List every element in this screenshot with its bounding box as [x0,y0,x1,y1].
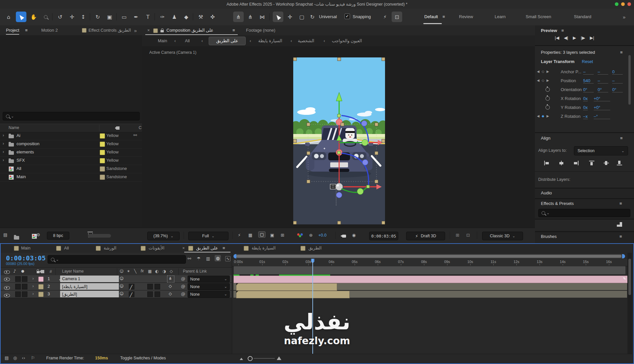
timeline-tab-icons[interactable]: الأيقونات [149,246,164,250]
puppet-pin-tool[interactable]: ✜ [207,12,218,22]
graph-editor-icon[interactable]: ∿ [225,256,230,261]
workspace-tab-review[interactable]: Review [459,14,473,19]
draft-3d-toggle-icon[interactable]: ☂ [197,256,201,261]
gizmo-rotate-tool[interactable]: ↻ [307,12,318,22]
zoom-in-mountain-icon[interactable] [277,356,281,360]
layer-row-car[interactable]: › 2 [السيارة يايظة] ☺ ╱ ◇ @ None⌄ [1,283,232,290]
shy-switch[interactable]: ☺ [120,276,124,281]
axis-mode-view[interactable]: ⋈ [257,12,267,22]
eye-icon[interactable] [4,286,10,290]
pen-tool[interactable]: ✒ [131,12,141,22]
layer-name[interactable]: [الطريق] [60,291,119,297]
expand-arrow-icon[interactable]: › [3,149,4,154]
brush-tool[interactable]: ✑ [157,12,168,22]
project-tabs-overflow-icon[interactable]: » [134,28,137,33]
effects-search-input[interactable]: ⌄ [538,209,630,217]
dolly-camera-tool[interactable]: ↕ [78,12,88,22]
transparency-grid-icon[interactable]: ▦ [248,233,252,238]
breadcrumb-main[interactable]: Main [158,38,167,43]
draft-3d-button[interactable]: ⚡Draft 3D [406,232,445,240]
traffic-light-red[interactable] [627,2,631,6]
comp-panel-menu-icon[interactable]: ≡ [232,28,235,33]
brushes-panel-title[interactable]: Brushes [541,234,557,239]
audio-panel-title[interactable]: Audio [541,190,552,195]
layer-name[interactable]: [السيارة يايظة] [60,283,119,290]
layer-name[interactable]: Camera 1 [60,276,119,282]
workspace-tab-small-screen[interactable]: Small Screen [526,14,551,19]
snapshot-camera-icon[interactable] [342,235,346,238]
hand-tool[interactable]: ✋ [28,12,39,22]
tab-footage[interactable]: Footage (none) [246,28,275,33]
threed-switch[interactable]: ◇ [169,291,172,296]
play-button[interactable]: ▶ [573,35,576,43]
breadcrumb-car[interactable]: السيارة يايظة [258,38,282,43]
solo-cell[interactable] [22,276,27,282]
snap-options-icon[interactable]: ⚡ [380,12,390,22]
resolution-dropdown[interactable]: Full⌄ [188,232,229,240]
timeline-v-scrollbar[interactable] [627,253,632,354]
label-column-icon[interactable] [40,270,44,273]
workspace-tab-standard[interactable]: Standard [574,14,591,19]
layer-row-camera[interactable]: › 1 Camera 1 ☺ ⋔ @ None⌄ [1,275,232,283]
motion-blur-toggle-icon[interactable]: ◍ [215,255,221,261]
solo-column-icon[interactable]: ● [21,269,24,273]
tab-effect-controls[interactable]: Effect Controls على الطريق [88,28,131,33]
renderer-dropdown[interactable]: Classic 3D⌄ [482,232,523,240]
next-frame-button[interactable]: |▶ [581,35,585,43]
close-tab-icon[interactable]: × [182,246,185,250]
parent-dropdown[interactable]: None⌄ [188,291,230,298]
property-value[interactable]: 0x [583,96,588,101]
scrollbar-right-handle[interactable] [622,254,625,258]
audio-cell[interactable] [15,291,21,297]
clone-stamp-tool[interactable]: ♟ [169,12,180,22]
threed-switch[interactable]: ◇ [169,284,172,288]
render-engine-icon[interactable]: ⚙ [36,232,40,237]
workspace-menu-icon[interactable]: ≡ [442,14,445,19]
quality-cell[interactable]: ╱ [129,291,134,297]
tab-composition[interactable]: Composition على الطريق [166,28,213,33]
orbit-camera-tool[interactable]: ↺ [55,12,65,22]
gizmo-scale-tool[interactable]: ▢ [297,12,307,22]
align-left-button[interactable] [544,161,549,165]
solo-cell[interactable] [22,284,27,289]
traffic-light-green[interactable] [615,2,618,6]
parent-dropdown[interactable]: None⌄ [188,276,230,282]
axis-mode-world[interactable]: ⋔ [245,12,256,22]
align-center-h-button[interactable] [559,161,564,165]
roto-brush-tool[interactable]: ⚒ [195,12,206,22]
traffic-light-yellow[interactable] [621,2,625,6]
solo-cell[interactable] [22,291,27,297]
collapsed-panel[interactable] [535,219,634,231]
project-row-elements[interactable]: › elements Yellow [0,148,142,157]
timeline-tab-main[interactable]: Main [21,246,30,250]
magnification-dropdown[interactable]: (39.7%)⌄ [147,232,180,240]
expand-arrow-icon[interactable]: › [3,157,4,162]
label-swatch-yellow[interactable] [100,133,105,139]
quality-cell[interactable]: ╱ [129,284,134,289]
rotation-tool[interactable]: ↻ [92,12,103,22]
gizmo-mode-label[interactable]: Universal [319,14,337,19]
timeline-tab-active[interactable]: على الطريق [196,246,218,250]
scrollbar-thumb[interactable] [236,255,621,258]
composition-mini-flowchart-icon[interactable]: ⚯ [188,256,191,261]
tab-project[interactable]: Project [6,28,19,35]
threed-column-icon[interactable]: ◇ [170,269,173,274]
zoom-out-mountain-icon[interactable] [240,358,243,360]
lock-column-icon[interactable] [36,271,40,273]
timeline-h-scrollbar[interactable] [233,254,625,258]
show-snapshot-icon[interactable]: ◉ [352,233,356,238]
expand-arrow-icon[interactable]: › [32,291,34,296]
property-value[interactable]: 0° [583,87,594,92]
layer-row-road[interactable]: › 3 [الطريق] ☺ ╱ ◇ @ None⌄ [1,290,232,298]
adjustment-column-icon[interactable]: ◑ [162,269,166,274]
pan-behind-tool[interactable]: ▣ [104,12,115,22]
workspace-overflow-icon[interactable]: » [623,14,625,20]
viewer-area[interactable]: Active Camera (Camera 1) [142,46,535,228]
project-search-input[interactable]: ⌄ [3,112,140,120]
parent-dropdown[interactable]: None⌄ [188,283,230,290]
parent-pickwhip-icon[interactable]: @ [181,284,185,289]
current-time-button[interactable]: 0:00:03:05 [369,232,398,240]
property-value[interactable]: – [598,78,608,83]
interpret-footage-icon[interactable]: ▤ [3,232,7,237]
preview-menu-icon[interactable]: ≡ [561,28,564,33]
